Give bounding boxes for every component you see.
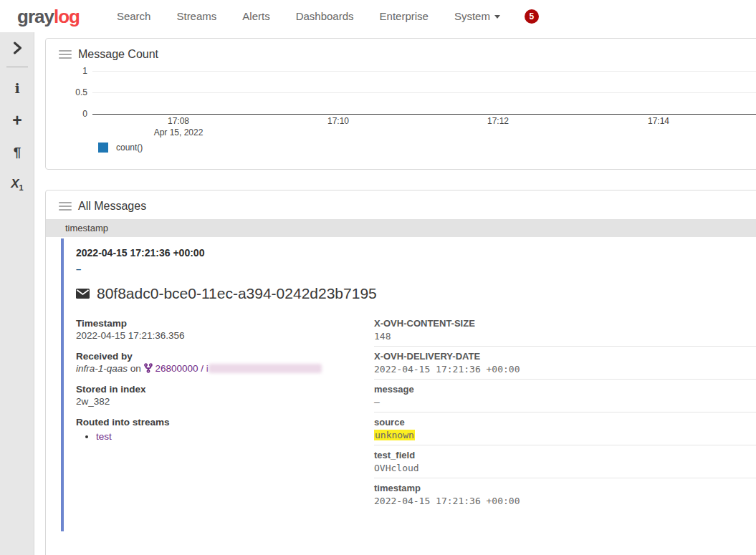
field-name: X-OVH-CONTENT-SIZE	[374, 317, 756, 329]
stream-link-test[interactable]: test	[96, 431, 112, 442]
nav-item-streams[interactable]: Streams	[163, 10, 229, 22]
meta-timestamp-value: 2022-04-15 17:21:36.356	[76, 329, 374, 342]
chevron-right-icon	[13, 42, 22, 54]
expand-sidebar-button[interactable]	[0, 38, 34, 58]
redacted-input-name	[209, 364, 322, 373]
field-name: X-OVH-DELIVERY-DATE	[374, 350, 756, 362]
widget-title: All Messages	[78, 200, 146, 213]
info-button[interactable]: i	[0, 78, 34, 98]
gridline-1	[92, 71, 756, 72]
legend-color-swatch	[98, 143, 108, 153]
top-navbar: graylog Search Streams Alerts Dashboards…	[0, 0, 756, 32]
widget-title: Message Count	[78, 48, 158, 61]
field-value: OVHcloud	[374, 462, 756, 474]
field-value-highlighted: unknown	[374, 429, 756, 441]
received-on-text: on	[130, 363, 141, 374]
input-link[interactable]: 26800000 / i	[155, 363, 208, 374]
field-value: –	[374, 396, 756, 408]
x-axis-line	[92, 114, 756, 115]
field-name: test_field	[374, 449, 756, 461]
y-tick-0_5: 0.5	[46, 87, 87, 98]
nav-item-enterprise[interactable]: Enterprise	[367, 10, 441, 22]
stream-list-item: test	[96, 430, 374, 443]
subscript-button[interactable]: X1	[0, 175, 34, 195]
y-tick-0: 0	[46, 108, 87, 120]
notification-count-badge[interactable]: 5	[525, 9, 539, 24]
field-value: 148	[374, 330, 756, 342]
plus-icon: +	[12, 111, 21, 130]
nav-item-search[interactable]: Search	[104, 10, 164, 22]
envelope-icon	[76, 289, 90, 299]
nav-menu: Search Streams Alerts Dashboards Enterpr…	[104, 10, 513, 22]
x-axis-date-label: Apr 15, 2022	[154, 127, 204, 137]
message-summary-timestamp[interactable]: 2022-04-15 17:21:36 +00:00	[76, 247, 756, 259]
y-tick-1: 1	[46, 65, 87, 77]
meta-received-by-label: Received by	[76, 350, 374, 362]
field-source: source unknown	[374, 412, 756, 445]
column-header-timestamp[interactable]: timestamp	[46, 219, 756, 237]
field-name: message	[374, 383, 756, 395]
message-detail-columns: Timestamp 2022-04-15 17:21:36.356 Receiv…	[76, 317, 756, 511]
formatting-button[interactable]: ¶	[0, 143, 34, 163]
message-meta-column: Timestamp 2022-04-15 17:21:36.356 Receiv…	[76, 317, 374, 511]
widget-header: All Messages	[46, 190, 756, 213]
all-messages-widget: All Messages timestamp 2022-04-15 17:21:…	[45, 190, 756, 555]
meta-received-by-value: infra-1-qaas on 26800000 / i	[76, 362, 374, 375]
field-x-ovh-delivery-date: X-OVH-DELIVERY-DATE 2022-04-15 17:21:36 …	[374, 347, 756, 380]
message-row[interactable]: 2022-04-15 17:21:36 +00:00 – 80f8adc0-bc…	[61, 238, 756, 531]
chevron-down-icon	[494, 15, 500, 19]
x-tick-1714: 17:14	[648, 116, 669, 126]
message-fields-column: X-OVH-CONTENT-SIZE 148 X-OVH-DELIVERY-DA…	[374, 317, 756, 511]
gridline-0_5	[92, 92, 756, 93]
meta-timestamp-label: Timestamp	[76, 317, 374, 329]
nav-item-system[interactable]: System	[441, 10, 513, 22]
logo-text-log: log	[54, 6, 80, 27]
message-id-link[interactable]: 80f8adc0-bce0-11ec-a394-0242d23b7195	[97, 285, 377, 302]
field-message: message –	[374, 380, 756, 412]
meta-stored-index-value: 2w_382	[76, 395, 374, 407]
nav-item-alerts[interactable]: Alerts	[229, 10, 282, 22]
info-icon: i	[14, 80, 19, 96]
graylog-logo[interactable]: graylog	[17, 7, 80, 26]
sidebar-divider	[6, 67, 28, 67]
add-widget-button[interactable]: +	[0, 110, 34, 130]
message-detail-heading: 80f8adc0-bce0-11ec-a394-0242d23b7195	[76, 285, 756, 302]
drag-handle-icon[interactable]	[59, 50, 72, 59]
logo-text-gray: gray	[17, 6, 54, 27]
field-name: source	[374, 416, 756, 428]
message-count-widget: Message Count 1 0.5 0 17:08 17:10 17:12 …	[45, 38, 756, 170]
field-timestamp: timestamp 2022-04-15 17:21:36 +00:00	[374, 478, 756, 511]
nav-item-dashboards[interactable]: Dashboards	[283, 10, 367, 22]
meta-routed-streams-label: Routed into streams	[76, 416, 374, 428]
meta-routed-streams: Routed into streams test	[76, 416, 374, 443]
chart-legend[interactable]: count()	[98, 143, 143, 153]
legend-label: count()	[116, 143, 143, 153]
nav-item-system-label: System	[454, 10, 490, 22]
field-x-ovh-content-size: X-OVH-CONTENT-SIZE 148	[374, 317, 756, 347]
drag-handle-icon[interactable]	[59, 202, 72, 211]
meta-timestamp: Timestamp 2022-04-15 17:21:36.356	[76, 317, 374, 342]
subscript-icon: X1	[11, 177, 23, 192]
x-tick-1712: 17:12	[487, 116, 509, 126]
widget-header: Message Count	[46, 39, 756, 61]
meta-stored-index-label: Stored in index	[76, 383, 374, 395]
code-fork-icon	[144, 363, 153, 373]
field-value: 2022-04-15 17:21:36 +00:00	[374, 363, 756, 375]
node-name: infra-1-qaas	[76, 363, 128, 374]
meta-received-by: Received by infra-1-qaas on 2	[76, 350, 374, 375]
meta-stored-index: Stored in index 2w_382	[76, 383, 374, 407]
field-test-field: test_field OVHcloud	[374, 445, 756, 478]
x-tick-1710: 17:10	[327, 116, 349, 126]
message-summary-text[interactable]: –	[76, 264, 756, 274]
x-tick-1708: 17:08	[168, 116, 189, 126]
pilcrow-icon: ¶	[14, 145, 21, 160]
field-name: timestamp	[374, 482, 756, 494]
left-icon-sidebar: i + ¶ X1	[0, 32, 34, 555]
field-value: 2022-04-15 17:21:36 +00:00	[374, 495, 756, 507]
streams-list: test	[96, 430, 374, 443]
